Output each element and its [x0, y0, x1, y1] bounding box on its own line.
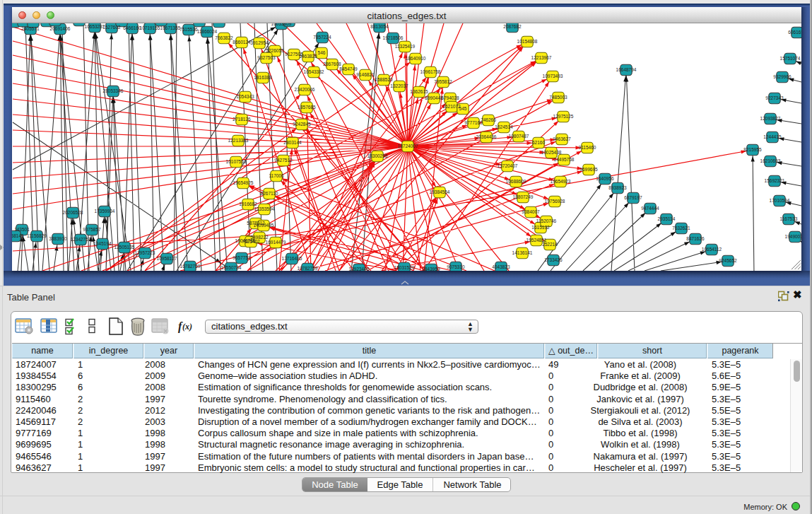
- svg-text:9699695: 9699695: [579, 167, 598, 172]
- svg-text:3343959: 3343959: [422, 267, 440, 271]
- svg-text:1621072: 1621072: [442, 104, 461, 109]
- svg-text:1916682: 1916682: [239, 201, 257, 206]
- svg-text:18724007: 18724007: [398, 144, 418, 148]
- svg-text:14099485: 14099485: [254, 223, 274, 228]
- svg-text:2405571: 2405571: [21, 26, 40, 31]
- svg-text:17957223: 17957223: [135, 250, 155, 255]
- svg-text:8813054: 8813054: [370, 24, 389, 29]
- svg-text:10807487: 10807487: [509, 134, 529, 139]
- svg-text:9657751: 9657751: [233, 255, 251, 260]
- svg-text:8990448: 8990448: [425, 95, 443, 100]
- svg-text:9146821: 9146821: [356, 72, 375, 77]
- svg-text:10107553: 10107553: [226, 159, 247, 164]
- svg-text:5498222: 5498222: [250, 235, 269, 240]
- svg-text:15550734: 15550734: [221, 265, 242, 270]
- svg-text:16671355: 16671355: [160, 25, 181, 30]
- svg-text:15751074: 15751074: [780, 56, 801, 61]
- svg-text:10782759: 10782759: [298, 266, 318, 271]
- svg-text:18026717: 18026717: [209, 23, 230, 24]
- svg-text:7515536: 7515536: [180, 27, 198, 32]
- svg-text:13720407: 13720407: [498, 163, 518, 168]
- svg-text:9075310: 9075310: [447, 264, 465, 269]
- svg-text:1362615: 1362615: [410, 89, 428, 94]
- svg-text:1816388: 1816388: [254, 75, 272, 80]
- svg-text:11325419: 11325419: [395, 44, 416, 49]
- svg-text:17010594: 17010594: [770, 198, 790, 203]
- svg-text:14136141: 14136141: [512, 250, 533, 255]
- svg-text:1054343: 1054343: [236, 94, 254, 99]
- svg-text:9115460: 9115460: [579, 145, 596, 150]
- svg-text:12975125: 12975125: [553, 114, 574, 119]
- svg-text:8215955: 8215955: [743, 147, 762, 152]
- svg-text:7632621: 7632621: [672, 226, 690, 230]
- svg-text:11156829: 11156829: [27, 233, 47, 238]
- svg-text:12213383: 12213383: [228, 138, 249, 143]
- svg-text:20364436: 20364436: [476, 134, 497, 139]
- svg-text:2803144: 2803144: [283, 140, 302, 145]
- svg-text:16210693: 16210693: [760, 158, 781, 163]
- svg-text:10688609: 10688609: [506, 179, 526, 184]
- svg-text:10961758: 10961758: [420, 69, 441, 74]
- svg-text:7955812: 7955812: [434, 79, 452, 84]
- svg-text:117006: 117006: [269, 173, 284, 178]
- svg-text:2258145: 2258145: [12, 233, 24, 238]
- svg-text:19654925: 19654925: [233, 180, 254, 185]
- svg-text:9463627: 9463627: [553, 136, 571, 141]
- svg-text:2087682: 2087682: [503, 24, 522, 29]
- svg-text:16782759: 16782759: [180, 264, 201, 269]
- svg-text:17359934: 17359934: [95, 209, 115, 214]
- svg-text:19384554: 19384554: [430, 189, 450, 194]
- svg-text:8660124: 8660124: [233, 40, 251, 45]
- svg-text:1345194: 1345194: [93, 241, 112, 246]
- svg-text:3883910: 3883910: [49, 236, 67, 241]
- svg-text:20206528: 20206528: [63, 210, 83, 215]
- svg-text:16543382: 16543382: [304, 69, 324, 74]
- svg-text:15692321: 15692321: [765, 178, 785, 183]
- svg-text:1615132: 1615132: [531, 225, 550, 230]
- svg-text:10958127: 10958127: [157, 256, 177, 261]
- svg-text:12213967: 12213967: [531, 55, 552, 60]
- svg-text:7625402: 7625402: [242, 239, 260, 244]
- svg-text:2867608: 2867608: [323, 62, 341, 66]
- svg-text:13716485: 13716485: [282, 256, 302, 261]
- svg-text:18807249: 18807249: [513, 194, 534, 199]
- svg-text:252214: 252214: [542, 242, 558, 247]
- svg-text:2718126: 2718126: [233, 117, 251, 122]
- svg-text:15031529: 15031529: [394, 265, 415, 270]
- svg-text:19490077: 19490077: [785, 234, 801, 239]
- svg-text:5463828: 5463828: [299, 54, 317, 59]
- svg-text:11353594: 11353594: [254, 206, 275, 211]
- svg-text:20691406: 20691406: [50, 26, 71, 31]
- svg-text:12342757: 12342757: [71, 237, 91, 242]
- svg-text:23420046: 23420046: [295, 87, 315, 92]
- svg-text:9375857: 9375857: [83, 227, 101, 232]
- svg-text:10973493: 10973493: [543, 74, 563, 78]
- svg-text:8454749: 8454749: [339, 66, 358, 71]
- svg-text:9227343: 9227343: [765, 95, 784, 100]
- svg-text:28053346: 28053346: [103, 88, 124, 93]
- svg-text:6794028: 6794028: [441, 95, 459, 100]
- svg-text:746266: 746266: [481, 117, 496, 122]
- svg-text:18300295: 18300295: [367, 153, 388, 158]
- svg-text:8267110: 8267110: [261, 191, 278, 196]
- svg-text:7663822: 7663822: [215, 35, 233, 40]
- svg-text:10719155: 10719155: [140, 25, 160, 30]
- svg-text:16648794: 16648794: [616, 67, 637, 72]
- svg-text:14248078: 14248078: [12, 23, 25, 24]
- svg-text:8938923: 8938923: [608, 185, 627, 190]
- svg-text:2620223: 2620223: [24, 23, 42, 24]
- svg-text:9327503: 9327503: [257, 55, 276, 60]
- svg-text:1624514: 1624514: [495, 124, 513, 129]
- svg-text:4043823: 4043823: [492, 264, 510, 269]
- svg-text:1733426: 1733426: [544, 257, 563, 262]
- svg-text:546: 546: [318, 50, 326, 55]
- svg-text:10654112: 10654112: [702, 247, 722, 252]
- svg-text:62160: 62160: [532, 140, 545, 145]
- svg-text:10154808: 10154808: [517, 39, 538, 44]
- svg-text:19654923: 19654923: [551, 179, 571, 184]
- svg-text:14495758: 14495758: [554, 157, 575, 162]
- svg-text:9242845: 9242845: [293, 122, 311, 127]
- svg-text:6879197: 6879197: [624, 195, 642, 200]
- svg-text:11520746: 11520746: [536, 218, 557, 223]
- svg-text:12505135: 12505135: [114, 245, 135, 250]
